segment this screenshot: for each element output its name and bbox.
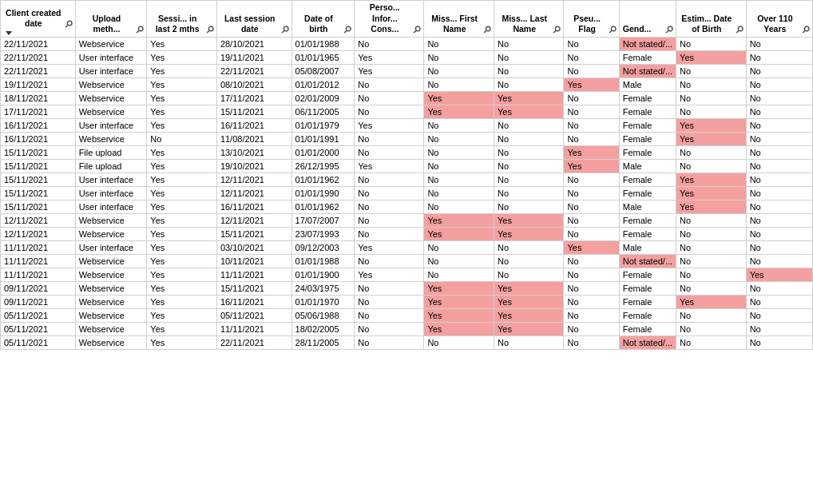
cell-estim_dob: No xyxy=(676,227,747,240)
cell-estim_dob: Yes xyxy=(676,132,747,145)
col-label-over110: Over 110 Years xyxy=(750,14,800,35)
cell-missing_last: No xyxy=(494,335,564,349)
cell-upload_method: Webservice xyxy=(75,213,147,227)
cell-session_last2: No xyxy=(147,132,217,145)
cell-pseudo_flag: Yes xyxy=(564,145,619,159)
col-label-gender: Gend... xyxy=(623,24,652,35)
cell-over110: Yes xyxy=(746,268,812,281)
cell-pseudo_flag: No xyxy=(564,308,619,322)
search-icon-gender[interactable]: ⚲ xyxy=(662,22,676,36)
cell-missing_first: Yes xyxy=(424,308,494,322)
cell-created_date: 15/11/2021 xyxy=(1,200,76,213)
cell-over110: No xyxy=(746,186,812,200)
cell-last_session_date: 16/11/2021 xyxy=(216,295,291,308)
cell-missing_last: No xyxy=(494,145,564,159)
cell-personal_info: Yes xyxy=(355,50,424,64)
cell-session_last2: Yes xyxy=(147,105,217,118)
cell-over110: No xyxy=(746,132,812,145)
search-icon-missing_first[interactable]: ⚲ xyxy=(480,22,494,36)
cell-upload_method: Webservice xyxy=(75,105,147,118)
search-icon-session_last2[interactable]: ⚲ xyxy=(203,22,216,36)
search-icon-missing_last[interactable]: ⚲ xyxy=(550,22,564,36)
cell-personal_info: No xyxy=(355,295,424,308)
cell-created_date: 22/11/2021 xyxy=(1,50,76,64)
cell-personal_info: No xyxy=(355,77,424,91)
cell-missing_last: No xyxy=(494,64,564,77)
cell-gender: Female xyxy=(619,105,676,118)
cell-dob: 06/11/2005 xyxy=(291,105,355,118)
cell-last_session_date: 12/11/2021 xyxy=(216,213,291,227)
cell-over110: No xyxy=(746,37,812,50)
cell-dob: 23/07/1993 xyxy=(291,227,355,240)
search-icon-personal_info[interactable]: ⚲ xyxy=(410,22,424,36)
cell-personal_info: No xyxy=(355,213,424,227)
cell-missing_first: No xyxy=(424,77,494,91)
cell-pseudo_flag: No xyxy=(564,132,619,145)
cell-missing_first: No xyxy=(424,118,494,132)
cell-session_last2: Yes xyxy=(147,77,217,91)
cell-estim_dob: No xyxy=(676,64,747,77)
cell-dob: 01/01/2000 xyxy=(291,145,355,159)
cell-over110: No xyxy=(746,335,812,349)
cell-personal_info: No xyxy=(355,37,424,50)
search-icon-pseudo_flag[interactable]: ⚲ xyxy=(605,22,619,36)
cell-gender: Female xyxy=(619,118,676,132)
search-icon-dob[interactable]: ⚲ xyxy=(340,22,354,36)
cell-session_last2: Yes xyxy=(147,295,217,308)
cell-personal_info: No xyxy=(355,91,424,105)
cell-missing_last: No xyxy=(494,186,564,200)
col-header-created_date: Client created date⚲ xyxy=(1,1,76,38)
cell-personal_info: No xyxy=(355,200,424,213)
col-label-missing_first: Miss... First Name xyxy=(427,14,482,35)
cell-missing_last: No xyxy=(494,118,564,132)
cell-missing_last: No xyxy=(494,268,564,281)
cell-upload_method: Webservice xyxy=(75,227,147,240)
cell-dob: 01/01/1991 xyxy=(291,132,355,145)
cell-last_session_date: 16/11/2021 xyxy=(216,118,291,132)
cell-upload_method: Webservice xyxy=(75,268,147,281)
col-header-missing_last: Miss... Last Name⚲ xyxy=(494,1,564,38)
cell-personal_info: No xyxy=(355,335,424,349)
cell-gender: Female xyxy=(619,50,676,64)
cell-gender: Female xyxy=(619,132,676,145)
cell-missing_first: No xyxy=(424,145,494,159)
cell-last_session_date: 17/11/2021 xyxy=(216,91,291,105)
search-icon-over110[interactable]: ⚲ xyxy=(799,22,812,36)
cell-last_session_date: 16/11/2021 xyxy=(216,200,291,213)
cell-missing_last: No xyxy=(494,254,564,268)
search-icon-created_date[interactable]: ⚲ xyxy=(61,17,75,30)
search-icon-last_session_date[interactable]: ⚲ xyxy=(278,22,291,36)
table-row: 05/11/2021WebserviceYes22/11/202128/11/2… xyxy=(1,335,813,349)
cell-session_last2: Yes xyxy=(147,254,217,268)
search-icon-upload_method[interactable]: ⚲ xyxy=(133,22,147,36)
cell-pseudo_flag: No xyxy=(564,335,619,349)
cell-gender: Not stated/... xyxy=(619,64,676,77)
cell-upload_method: User interface xyxy=(75,50,147,64)
cell-dob: 24/03/1975 xyxy=(291,281,355,295)
cell-estim_dob: No xyxy=(676,37,747,50)
cell-dob: 01/01/1988 xyxy=(291,37,355,50)
search-icon-estim_dob[interactable]: ⚲ xyxy=(732,22,746,36)
cell-session_last2: Yes xyxy=(147,37,217,50)
cell-created_date: 15/11/2021 xyxy=(1,145,76,159)
table-row: 15/11/2021User interfaceYes12/11/202101/… xyxy=(1,173,813,186)
cell-missing_first: No xyxy=(424,50,494,64)
cell-upload_method: Webservice xyxy=(75,308,147,322)
cell-over110: No xyxy=(746,77,812,91)
cell-last_session_date: 15/11/2021 xyxy=(216,105,291,118)
cell-last_session_date: 22/11/2021 xyxy=(216,335,291,349)
cell-last_session_date: 11/08/2021 xyxy=(216,132,291,145)
cell-missing_last: Yes xyxy=(494,227,564,240)
cell-upload_method: Webservice xyxy=(75,295,147,308)
cell-personal_info: Yes xyxy=(355,118,424,132)
cell-over110: No xyxy=(746,91,812,105)
cell-missing_first: Yes xyxy=(424,91,494,105)
table-row: 22/11/2021WebserviceYes28/10/202101/01/1… xyxy=(1,37,813,50)
sort-arrow-created_date[interactable] xyxy=(6,31,12,35)
cell-gender: Female xyxy=(619,322,676,335)
cell-personal_info: Yes xyxy=(355,240,424,254)
cell-dob: 01/01/1965 xyxy=(291,50,355,64)
cell-over110: No xyxy=(746,213,812,227)
cell-upload_method: User interface xyxy=(75,64,147,77)
col-header-estim_dob: Estim... Date of Birth⚲ xyxy=(676,1,747,38)
